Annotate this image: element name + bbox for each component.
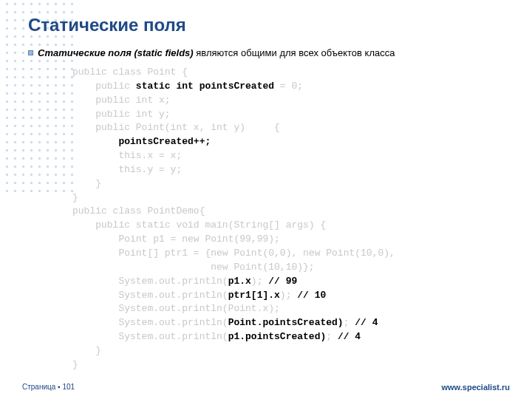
slide-content: Статические поля Статические поля (stati… [0,0,532,372]
code-highlight: pointsCreated++; [118,136,211,147]
code-line: System.out.println( [72,331,228,342]
code-highlight: // 4 [355,317,378,328]
code-line: System.out.println(Point.x); [72,303,280,314]
code-line: Point p1 = new Point(99,99); [72,233,280,245]
code-line: System.out.println( [72,317,228,328]
code-highlight: Point.pointsCreated) [228,317,344,328]
slide-title: Статические поля [28,15,504,35]
page-prefix: Страница ▪ [22,383,62,391]
code-line: System.out.println( [72,276,228,287]
code-line: } [72,178,101,189]
bullet-point: Статические поля (static fields) являютс… [28,47,504,58]
bullet-bold: Статические поля (static fields) [38,47,194,58]
code-line: ); [251,276,268,287]
code-line: public [72,81,136,92]
bullet-icon [28,50,33,55]
code-highlight: static int pointsCreated [136,81,274,92]
bullet-rest: являются общими для всех объектов класса [194,47,395,58]
page-number: Страница ▪ 101 [22,383,75,392]
code-line: ); [280,290,297,301]
code-line: } [72,192,78,203]
code-highlight: // 99 [268,276,297,287]
code-line: } [72,345,101,356]
code-highlight: // 4 [338,331,361,342]
code-line: this.x = x; [72,150,182,161]
code-line: new Point(10,10)}; [72,262,315,273]
bullet-text: Статические поля (static fields) являютс… [38,47,395,58]
code-line: public class PointDemo{ [72,205,205,216]
code-line: } [72,359,78,370]
code-line: public class Point { [72,66,188,78]
code-line: public Point(int x, int y) { [72,122,280,133]
code-line: public static void main(String[] args) { [72,219,326,231]
code-block: public class Point { public static int p… [72,66,504,372]
code-line: System.out.println( [72,290,228,301]
code-line [72,136,118,147]
footer-url: www.specialist.ru [441,383,510,392]
code-line: ; [344,317,355,328]
code-highlight: // 10 [297,290,326,301]
code-highlight: p1.x [228,276,251,287]
code-line: ; [326,331,338,342]
code-highlight: p1.pointsCreated) [228,331,327,342]
code-line: public int x; [72,95,171,106]
code-line: = 0; [274,81,303,92]
code-highlight: ptr1[1].x [228,290,280,301]
code-line: Point[] ptr1 = {new Point(0,0), new Poin… [72,248,395,259]
code-line: public int y; [72,109,171,120]
page-num-value: 101 [62,383,75,391]
code-line: this.y = y; [72,164,182,175]
slide-footer: Страница ▪ 101 www.specialist.ru [0,383,532,392]
